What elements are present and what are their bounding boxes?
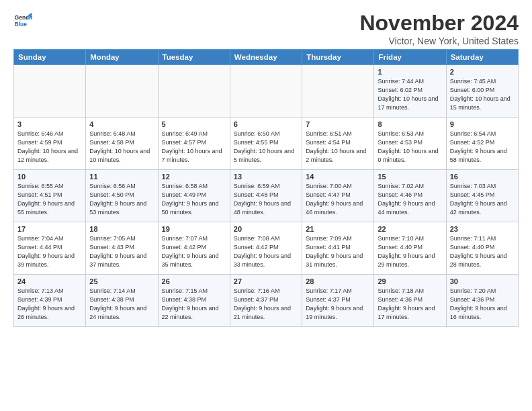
day-cell bbox=[302, 65, 374, 118]
logo-icon: General Blue bbox=[13, 11, 32, 30]
day-info: Sunrise: 7:17 AM Sunset: 4:37 PM Dayligh… bbox=[306, 287, 370, 322]
day-info: Sunrise: 6:46 AM Sunset: 4:59 PM Dayligh… bbox=[17, 130, 82, 165]
header: General Blue November 2024 Victor, New Y… bbox=[13, 11, 519, 46]
day-info: Sunrise: 7:44 AM Sunset: 6:02 PM Dayligh… bbox=[378, 77, 442, 112]
day-number: 15 bbox=[378, 173, 442, 181]
day-info: Sunrise: 7:15 AM Sunset: 4:38 PM Dayligh… bbox=[162, 287, 226, 322]
day-number: 26 bbox=[162, 277, 226, 285]
day-number: 1 bbox=[378, 68, 442, 76]
day-info: Sunrise: 6:55 AM Sunset: 4:51 PM Dayligh… bbox=[17, 182, 82, 217]
day-number: 24 bbox=[17, 277, 82, 285]
day-info: Sunrise: 7:00 AM Sunset: 4:47 PM Dayligh… bbox=[306, 182, 370, 217]
day-info: Sunrise: 6:50 AM Sunset: 4:55 PM Dayligh… bbox=[234, 130, 298, 165]
day-info: Sunrise: 7:04 AM Sunset: 4:44 PM Dayligh… bbox=[17, 234, 82, 269]
week-row-2: 3Sunrise: 6:46 AM Sunset: 4:59 PM Daylig… bbox=[14, 118, 519, 170]
day-cell: 30Sunrise: 7:20 AM Sunset: 4:36 PM Dayli… bbox=[446, 275, 518, 327]
col-header-wednesday: Wednesday bbox=[230, 50, 302, 65]
col-header-monday: Monday bbox=[86, 50, 158, 65]
calendar-table: SundayMondayTuesdayWednesdayThursdayFrid… bbox=[13, 49, 519, 327]
day-info: Sunrise: 6:58 AM Sunset: 4:49 PM Dayligh… bbox=[162, 182, 226, 217]
day-number: 19 bbox=[162, 225, 226, 233]
day-info: Sunrise: 7:14 AM Sunset: 4:38 PM Dayligh… bbox=[89, 287, 154, 322]
day-number: 6 bbox=[234, 120, 298, 128]
day-number: 25 bbox=[89, 277, 154, 285]
day-number: 10 bbox=[17, 173, 82, 181]
day-info: Sunrise: 6:54 AM Sunset: 4:52 PM Dayligh… bbox=[450, 130, 515, 165]
day-cell: 13Sunrise: 6:59 AM Sunset: 4:48 PM Dayli… bbox=[230, 170, 302, 222]
week-row-5: 24Sunrise: 7:13 AM Sunset: 4:39 PM Dayli… bbox=[14, 275, 519, 327]
day-cell: 28Sunrise: 7:17 AM Sunset: 4:37 PM Dayli… bbox=[302, 275, 374, 327]
day-number: 13 bbox=[234, 173, 298, 181]
day-info: Sunrise: 7:05 AM Sunset: 4:43 PM Dayligh… bbox=[89, 234, 154, 269]
day-cell: 25Sunrise: 7:14 AM Sunset: 4:38 PM Dayli… bbox=[86, 275, 158, 327]
logo: General Blue bbox=[13, 11, 32, 30]
day-cell: 20Sunrise: 7:08 AM Sunset: 4:42 PM Dayli… bbox=[230, 222, 302, 275]
day-cell: 22Sunrise: 7:10 AM Sunset: 4:40 PM Dayli… bbox=[374, 222, 446, 275]
day-cell: 16Sunrise: 7:03 AM Sunset: 4:45 PM Dayli… bbox=[446, 170, 518, 222]
day-cell: 5Sunrise: 6:49 AM Sunset: 4:57 PM Daylig… bbox=[158, 118, 230, 170]
day-number: 3 bbox=[17, 120, 82, 128]
day-info: Sunrise: 7:03 AM Sunset: 4:45 PM Dayligh… bbox=[450, 182, 515, 217]
day-info: Sunrise: 7:02 AM Sunset: 4:46 PM Dayligh… bbox=[378, 182, 442, 217]
day-number: 21 bbox=[306, 225, 370, 233]
day-number: 30 bbox=[450, 277, 515, 285]
day-cell: 11Sunrise: 6:56 AM Sunset: 4:50 PM Dayli… bbox=[86, 170, 158, 222]
day-number: 28 bbox=[306, 277, 370, 285]
day-number: 11 bbox=[89, 173, 154, 181]
day-number: 8 bbox=[378, 120, 442, 128]
day-info: Sunrise: 7:18 AM Sunset: 4:36 PM Dayligh… bbox=[378, 287, 442, 322]
col-header-friday: Friday bbox=[374, 50, 446, 65]
day-info: Sunrise: 7:10 AM Sunset: 4:40 PM Dayligh… bbox=[378, 234, 442, 269]
week-row-1: 1Sunrise: 7:44 AM Sunset: 6:02 PM Daylig… bbox=[14, 65, 519, 118]
day-info: Sunrise: 6:56 AM Sunset: 4:50 PM Dayligh… bbox=[89, 182, 154, 217]
svg-text:Blue: Blue bbox=[15, 21, 28, 28]
day-number: 27 bbox=[234, 277, 298, 285]
title-block: November 2024 Victor, New York, United S… bbox=[359, 11, 519, 46]
day-cell bbox=[86, 65, 158, 118]
day-cell: 3Sunrise: 6:46 AM Sunset: 4:59 PM Daylig… bbox=[14, 118, 86, 170]
day-number: 12 bbox=[162, 173, 226, 181]
day-cell: 19Sunrise: 7:07 AM Sunset: 4:42 PM Dayli… bbox=[158, 222, 230, 275]
day-info: Sunrise: 7:13 AM Sunset: 4:39 PM Dayligh… bbox=[17, 287, 82, 322]
day-cell: 12Sunrise: 6:58 AM Sunset: 4:49 PM Dayli… bbox=[158, 170, 230, 222]
day-cell bbox=[158, 65, 230, 118]
day-number: 22 bbox=[378, 225, 442, 233]
day-cell: 4Sunrise: 6:48 AM Sunset: 4:58 PM Daylig… bbox=[86, 118, 158, 170]
day-number: 7 bbox=[306, 120, 370, 128]
day-number: 23 bbox=[450, 225, 515, 233]
day-info: Sunrise: 7:07 AM Sunset: 4:42 PM Dayligh… bbox=[162, 234, 226, 269]
day-number: 5 bbox=[162, 120, 226, 128]
day-cell: 9Sunrise: 6:54 AM Sunset: 4:52 PM Daylig… bbox=[446, 118, 518, 170]
day-number: 9 bbox=[450, 120, 515, 128]
day-cell: 2Sunrise: 7:45 AM Sunset: 6:00 PM Daylig… bbox=[446, 65, 518, 118]
day-cell: 21Sunrise: 7:09 AM Sunset: 4:41 PM Dayli… bbox=[302, 222, 374, 275]
day-cell bbox=[230, 65, 302, 118]
day-info: Sunrise: 6:53 AM Sunset: 4:53 PM Dayligh… bbox=[378, 130, 442, 165]
day-cell: 14Sunrise: 7:00 AM Sunset: 4:47 PM Dayli… bbox=[302, 170, 374, 222]
day-info: Sunrise: 7:08 AM Sunset: 4:42 PM Dayligh… bbox=[234, 234, 298, 269]
day-cell: 23Sunrise: 7:11 AM Sunset: 4:40 PM Dayli… bbox=[446, 222, 518, 275]
day-info: Sunrise: 6:51 AM Sunset: 4:54 PM Dayligh… bbox=[306, 130, 370, 165]
subtitle: Victor, New York, United States bbox=[359, 36, 519, 46]
day-cell: 1Sunrise: 7:44 AM Sunset: 6:02 PM Daylig… bbox=[374, 65, 446, 118]
day-cell: 18Sunrise: 7:05 AM Sunset: 4:43 PM Dayli… bbox=[86, 222, 158, 275]
day-cell bbox=[14, 65, 86, 118]
day-number: 4 bbox=[89, 120, 154, 128]
header-row: SundayMondayTuesdayWednesdayThursdayFrid… bbox=[14, 50, 519, 65]
week-row-3: 10Sunrise: 6:55 AM Sunset: 4:51 PM Dayli… bbox=[14, 170, 519, 222]
day-cell: 8Sunrise: 6:53 AM Sunset: 4:53 PM Daylig… bbox=[374, 118, 446, 170]
day-cell: 24Sunrise: 7:13 AM Sunset: 4:39 PM Dayli… bbox=[14, 275, 86, 327]
day-info: Sunrise: 7:16 AM Sunset: 4:37 PM Dayligh… bbox=[234, 287, 298, 322]
day-cell: 26Sunrise: 7:15 AM Sunset: 4:38 PM Dayli… bbox=[158, 275, 230, 327]
day-info: Sunrise: 7:11 AM Sunset: 4:40 PM Dayligh… bbox=[450, 234, 515, 269]
day-info: Sunrise: 7:20 AM Sunset: 4:36 PM Dayligh… bbox=[450, 287, 515, 322]
col-header-sunday: Sunday bbox=[14, 50, 86, 65]
col-header-thursday: Thursday bbox=[302, 50, 374, 65]
col-header-saturday: Saturday bbox=[446, 50, 518, 65]
day-number: 14 bbox=[306, 173, 370, 181]
day-info: Sunrise: 7:45 AM Sunset: 6:00 PM Dayligh… bbox=[450, 77, 515, 112]
day-cell: 15Sunrise: 7:02 AM Sunset: 4:46 PM Dayli… bbox=[374, 170, 446, 222]
week-row-4: 17Sunrise: 7:04 AM Sunset: 4:44 PM Dayli… bbox=[14, 222, 519, 275]
day-number: 29 bbox=[378, 277, 442, 285]
day-cell: 6Sunrise: 6:50 AM Sunset: 4:55 PM Daylig… bbox=[230, 118, 302, 170]
